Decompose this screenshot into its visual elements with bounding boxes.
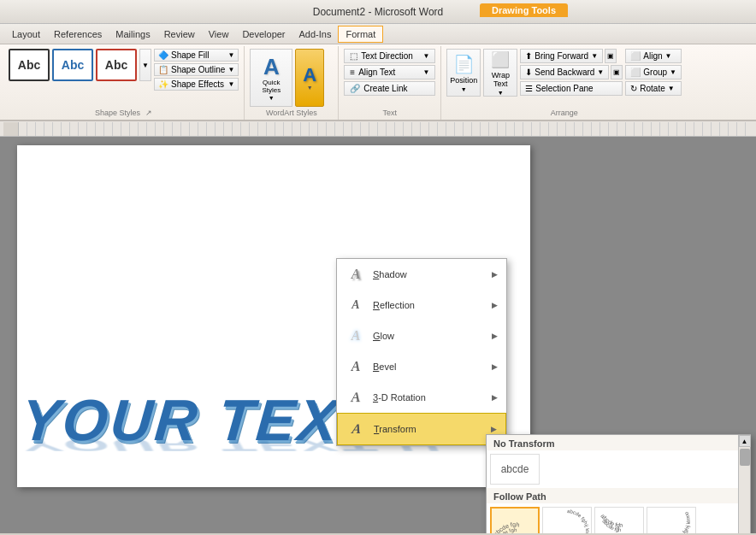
svg-text:abcde fghij klmno: abcde fghij klmno — [567, 509, 589, 533]
horizontal-ruler — [19, 122, 753, 136]
bring-forward-button[interactable]: ⬆ Bring Forward ▼ — [520, 49, 603, 63]
follow-path-label: Follow Path — [487, 488, 738, 503]
menu-layout[interactable]: Layout — [5, 26, 47, 42]
follow-path-item-3[interactable]: abcde fgh abcde fgh — [594, 507, 644, 533]
position-button[interactable]: 📄 Position ▼ — [446, 49, 481, 97]
rotation-icon: A — [345, 388, 368, 409]
no-transform-label: No Transform — [487, 435, 738, 450]
rotate-button[interactable]: ↻ Rotate ▼ — [625, 81, 682, 96]
rotation-chevron: ▶ — [492, 393, 498, 402]
shape-outline-button[interactable]: 📋 Shape Outline ▼ — [154, 63, 239, 76]
quick-styles-button[interactable]: A Quick Styles ▼ — [250, 49, 292, 107]
no-transform-item[interactable]: abcde — [490, 454, 540, 485]
bevel-chevron: ▶ — [492, 362, 498, 371]
shape-preview-1[interactable]: Abc — [9, 49, 50, 81]
title-bar: Document2 - Microsoft Word Drawing Tools — [0, 0, 756, 24]
align-text-button[interactable]: ≡ Align Text ▼ — [344, 65, 435, 79]
shadow-menu-item[interactable]: A Shadow ▶ — [337, 259, 506, 290]
reflection-chevron: ▶ — [492, 301, 498, 309]
document-area: YOUR TEXT H YOUR TEXT H A Shadow ▶ A Ref… — [0, 137, 756, 533]
menu-review[interactable]: Review — [157, 26, 202, 42]
shape-preview-2[interactable]: Abc — [52, 49, 93, 81]
text-group-label: Text — [344, 107, 435, 117]
send-backward-button[interactable]: ⬇ Send Backward ▼ — [520, 65, 609, 79]
transform-submenu: ▲ No Transform abcde Follow Path — [486, 434, 751, 533]
scroll-thumb — [740, 449, 750, 466]
text-group: ⬚ Text Direction ▼ ≡ Align Text ▼ 🔗 Crea… — [339, 46, 441, 120]
bevel-icon: A — [346, 356, 366, 377]
drawing-tools-tab[interactable]: Drawing Tools — [480, 3, 568, 17]
rotation-menu-item[interactable]: A 3-D Rotation ▶ — [337, 382, 506, 413]
ribbon: Abc Abc Abc ▼ 🔷 Shape Fill ▼ 📋 — [0, 44, 756, 121]
menu-bar: Layout References Mailings Review View D… — [0, 24, 756, 44]
glow-icon: A — [346, 326, 366, 346]
shape-effects-button[interactable]: ✨ Shape Effects ▼ — [154, 78, 239, 91]
shape-styles-expand[interactable]: ▼ — [139, 49, 151, 81]
transform-icon: A — [345, 419, 368, 439]
create-link-button[interactable]: 🔗 Create Link — [344, 81, 435, 96]
shape-styles-label: Shape Styles ↗ — [9, 107, 239, 117]
text-direction-button[interactable]: ⬚ Text Direction ▼ — [344, 49, 435, 63]
glow-menu-item[interactable]: A Glow ▶ — [337, 320, 506, 351]
transform-scrollbar[interactable]: ▲ — [738, 435, 750, 533]
scroll-up[interactable]: ▲ — [739, 435, 751, 447]
group-button[interactable]: ⬜ Group ▼ — [625, 65, 682, 79]
menu-mailings[interactable]: Mailings — [109, 26, 157, 42]
shape-fill-button[interactable]: 🔷 Shape Fill ▼ — [154, 49, 239, 62]
arrange-group-label: Arrange — [446, 107, 682, 117]
selection-pane-button[interactable]: ☰ Selection Pane — [520, 81, 623, 96]
wrap-text-button[interactable]: ⬜ Wrap Text ▼ — [483, 49, 517, 97]
menu-references[interactable]: References — [47, 26, 109, 42]
wordart-effects-dropdown: A Shadow ▶ A Reflection ▶ A Glow ▶ A Bev… — [336, 258, 507, 446]
reflection-icon: A — [346, 295, 366, 315]
menu-addins[interactable]: Add-Ins — [292, 26, 339, 42]
svg-text:abcde fghij klmno: abcde fghij klmno — [671, 510, 692, 533]
ruler — [0, 121, 756, 137]
bring-forward-expand[interactable]: ▣ — [605, 49, 617, 63]
wordart-a-dropdown[interactable]: A ▼ — [295, 49, 324, 107]
shadow-icon: A — [346, 264, 366, 285]
transform-menu-item[interactable]: A Transform ▶ — [337, 413, 506, 445]
menu-view[interactable]: View — [202, 26, 236, 42]
shape-styles-group: Abc Abc Abc ▼ 🔷 Shape Fill ▼ 📋 — [3, 46, 245, 120]
menu-developer[interactable]: Developer — [235, 26, 292, 42]
menu-format[interactable]: Format — [338, 26, 383, 43]
follow-path-item-2[interactable]: abcde fghij klmno — [542, 507, 592, 533]
transform-chevron: ▶ — [491, 425, 497, 433]
follow-path-item-1[interactable]: abcde fgh abcde fgh — [490, 507, 540, 533]
reflection-menu-item[interactable]: A Reflection ▶ — [337, 290, 506, 320]
wordart-styles-group: A Quick Styles ▼ A ▼ WordArt Styles — [245, 46, 339, 120]
arrange-group: 📄 Position ▼ ⬜ Wrap Text ▼ ⬆ Bring Forwa… — [441, 46, 687, 120]
align-button[interactable]: ⬜ Align ▼ — [625, 49, 682, 63]
shadow-chevron: ▶ — [492, 270, 498, 279]
follow-path-item-4[interactable]: abcde fghij klmno — [647, 507, 696, 533]
wordart-styles-label: WordArt Styles — [250, 107, 333, 117]
title-bar-text: Document2 - Microsoft Word — [7, 6, 749, 18]
shape-preview-3[interactable]: Abc — [96, 49, 137, 81]
glow-chevron: ▶ — [492, 332, 498, 340]
send-backward-expand[interactable]: ▣ — [611, 65, 623, 79]
bevel-menu-item[interactable]: A Bevel ▶ — [337, 351, 506, 382]
